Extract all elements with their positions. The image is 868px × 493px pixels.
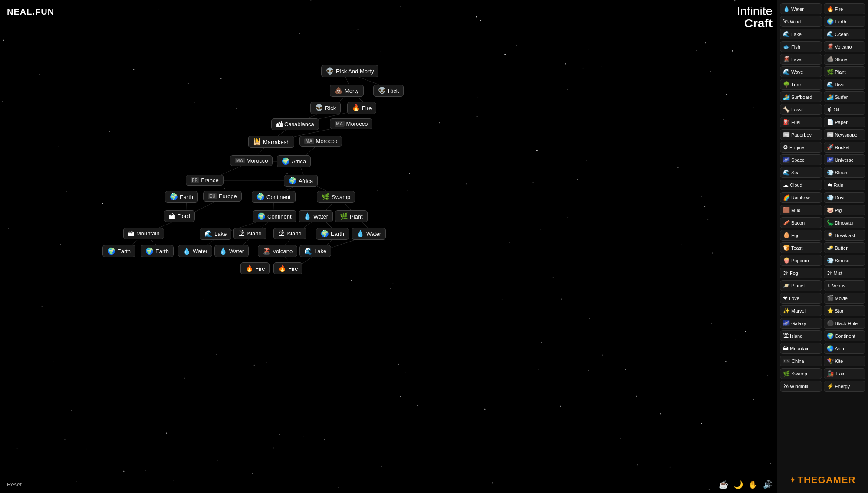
sidebar-item-cloud[interactable]: ☁Cloud xyxy=(780,180,822,190)
node-casablanca[interactable]: 🏙Casablanca xyxy=(271,118,319,130)
sidebar-item-windmill[interactable]: 🌬Windmill xyxy=(780,381,822,392)
sidebar-item-marvel[interactable]: ✨Marvel xyxy=(780,305,822,316)
node-fire3[interactable]: 🔥Fire xyxy=(273,262,302,274)
node-earth1[interactable]: 🌍Earth xyxy=(165,191,198,203)
sidebar-item-love[interactable]: ❤Love xyxy=(780,293,822,304)
sidebar-item-mountain[interactable]: 🏔Mountain xyxy=(780,343,822,354)
sidebar-item-paper[interactable]: 📄Paper xyxy=(824,117,866,127)
node-island1[interactable]: 🏝Island xyxy=(233,228,266,239)
sidebar-item-china[interactable]: CNChina xyxy=(780,356,822,366)
node-lake1[interactable]: 🌊Lake xyxy=(200,228,231,240)
sidebar-item-river[interactable]: 🌊River xyxy=(824,79,866,90)
sidebar-item-energy[interactable]: ⚡Energy xyxy=(824,381,866,392)
sidebar-item-ocean[interactable]: 🌊Ocean xyxy=(824,29,866,39)
sidebar-item-rain[interactable]: 🌧Rain xyxy=(824,180,866,190)
node-rick_morty[interactable]: 👽Rick And Morty xyxy=(321,65,378,77)
node-plant[interactable]: 🌿Plant xyxy=(335,210,368,222)
sidebar-item-train[interactable]: 🚂Train xyxy=(824,368,866,379)
node-lake2[interactable]: 🌊Lake xyxy=(299,245,331,257)
node-morocco2[interactable]: MAMorocco xyxy=(299,136,342,147)
sidebar-item-island[interactable]: 🏝Island xyxy=(780,330,822,341)
sidebar-item-surfer[interactable]: 🏄Surfer xyxy=(824,91,866,102)
node-rick[interactable]: 👽Rick xyxy=(373,85,404,97)
sidebar-item-wind[interactable]: 🌬Wind xyxy=(780,16,822,27)
sidebar-item-volcano[interactable]: 🌋Volcano xyxy=(824,41,866,52)
sidebar-item-newspaper[interactable]: 📰Newspaper xyxy=(824,129,866,140)
sidebar-item-movie[interactable]: 🎬Movie xyxy=(824,293,866,304)
sidebar-item-continent[interactable]: 🌍Continent xyxy=(824,330,866,341)
sidebar-item-bacon[interactable]: 🥓Bacon xyxy=(780,217,822,228)
sidebar-item-rocket[interactable]: 🚀Rocket xyxy=(824,142,866,153)
node-earth2[interactable]: 🌍Earth xyxy=(316,228,349,240)
sidebar-item-oil[interactable]: 🛢Oil xyxy=(824,104,866,115)
node-europe[interactable]: EUEurope xyxy=(203,191,242,202)
node-africa2[interactable]: 🌍Africa xyxy=(284,175,318,187)
sidebar-item-mud[interactable]: 🟫Mud xyxy=(780,205,822,215)
sidebar-item-fog[interactable]: 🌫Fog xyxy=(780,268,822,278)
node-swamp[interactable]: 🌿Swamp xyxy=(317,191,355,203)
node-fire2[interactable]: 🔥Fire xyxy=(240,262,270,274)
sound-icon[interactable]: 🔊 xyxy=(763,480,773,490)
sidebar-item-smoke[interactable]: 💨Smoke xyxy=(824,255,866,266)
sidebar-item-lava[interactable]: 🌋Lava xyxy=(780,54,822,65)
sidebar[interactable]: 💧Water🔥Fire🌬Wind🌍Earth🌊Lake🌊Ocean🐟Fish🌋V… xyxy=(777,0,868,493)
sidebar-item-water[interactable]: 💧Water xyxy=(780,3,822,14)
node-morocco1[interactable]: MAMorocco xyxy=(330,118,372,129)
node-france[interactable]: FRFrance xyxy=(186,175,224,186)
node-water3[interactable]: 💧Water xyxy=(178,245,212,257)
node-earth3[interactable]: 🌍Earth xyxy=(102,245,135,257)
sidebar-item-space[interactable]: 🌌Space xyxy=(780,154,822,165)
sidebar-item-planet[interactable]: 🪐Planet xyxy=(780,280,822,291)
sidebar-item-breakfast[interactable]: 🍳Breakfast xyxy=(824,230,866,241)
moon-icon[interactable]: 🌙 xyxy=(733,480,743,490)
coffee-icon[interactable]: ☕ xyxy=(719,480,728,490)
node-water4[interactable]: 💧Water xyxy=(214,245,249,257)
sidebar-item-butter[interactable]: 🧈Butter xyxy=(824,242,866,253)
sidebar-item-steam[interactable]: 💨Steam xyxy=(824,167,866,178)
sidebar-item-star[interactable]: ⭐Star xyxy=(824,305,866,316)
sidebar-item-popcorn[interactable]: 🍿Popcorn xyxy=(780,255,822,266)
sidebar-item-lake[interactable]: 🌊Lake xyxy=(780,29,822,39)
sidebar-item-dust[interactable]: 💨Dust xyxy=(824,192,866,203)
sidebar-item-venus[interactable]: ♀Venus xyxy=(824,280,866,291)
sidebar-item-black-hole[interactable]: ⚫Black Hole xyxy=(824,318,866,329)
sidebar-item-plant[interactable]: 🌿Plant xyxy=(824,66,866,77)
node-volcano[interactable]: 🌋Volcano xyxy=(258,245,297,257)
sidebar-item-toast[interactable]: 🍞Toast xyxy=(780,242,822,253)
node-mountain[interactable]: 🏔Mountain xyxy=(123,228,164,239)
node-rick2[interactable]: 👽Rick xyxy=(310,102,341,114)
sidebar-item-swamp[interactable]: 🌿Swamp xyxy=(780,368,822,379)
sidebar-item-galaxy[interactable]: 🌌Galaxy xyxy=(780,318,822,329)
node-continent1[interactable]: 🌍Continent xyxy=(252,191,296,203)
sidebar-item-fuel[interactable]: ⛽Fuel xyxy=(780,117,822,127)
node-water1[interactable]: 💧Water xyxy=(299,210,333,222)
sidebar-item-universe[interactable]: 🌌Universe xyxy=(824,154,866,165)
sidebar-item-pig[interactable]: 🐷Pig xyxy=(824,205,866,215)
sidebar-item-fire[interactable]: 🔥Fire xyxy=(824,3,866,14)
sidebar-item-earth[interactable]: 🌍Earth xyxy=(824,16,866,27)
sidebar-item-engine[interactable]: ⚙Engine xyxy=(780,142,822,153)
node-morty[interactable]: 💩Morty xyxy=(330,85,364,97)
node-water2[interactable]: 💧Water xyxy=(352,228,386,240)
sidebar-item-fossil[interactable]: 🦴Fossil xyxy=(780,104,822,115)
sidebar-item-rainbow[interactable]: 🌈Rainbow xyxy=(780,192,822,203)
sidebar-item-paperboy[interactable]: 📰Paperboy xyxy=(780,129,822,140)
sidebar-item-sea[interactable]: 🌊Sea xyxy=(780,167,822,178)
sidebar-item-dinosaur[interactable]: 🦕Dinosaur xyxy=(824,217,866,228)
node-morocco3[interactable]: MAMorocco xyxy=(230,155,273,166)
sidebar-item-egg[interactable]: 🥚Egg xyxy=(780,230,822,241)
node-fjord[interactable]: 🏔Fjord xyxy=(164,210,195,222)
hand-icon[interactable]: ✋ xyxy=(748,480,758,490)
sidebar-item-stone[interactable]: 🪨Stone xyxy=(824,54,866,65)
reset-button[interactable]: Reset xyxy=(7,481,22,488)
craft-canvas[interactable]: 👽Rick And Morty💩Morty👽Rick👽Rick🔥Fire🏙Cas… xyxy=(0,0,525,493)
node-earth4[interactable]: 🌍Earth xyxy=(141,245,174,257)
sidebar-item-wave[interactable]: 🌊Wave xyxy=(780,66,822,77)
sidebar-item-tree[interactable]: 🌳Tree xyxy=(780,79,822,90)
node-marrakesh[interactable]: 🕌Marrakesh xyxy=(248,136,294,148)
node-continent2[interactable]: 🌍Continent xyxy=(253,210,296,222)
node-africa1[interactable]: 🌍Africa xyxy=(277,155,311,167)
sidebar-item-kite[interactable]: 🪁Kite xyxy=(824,356,866,366)
sidebar-item-mist[interactable]: 🌫Mist xyxy=(824,268,866,278)
sidebar-item-asia[interactable]: 🌏Asia xyxy=(824,343,866,354)
